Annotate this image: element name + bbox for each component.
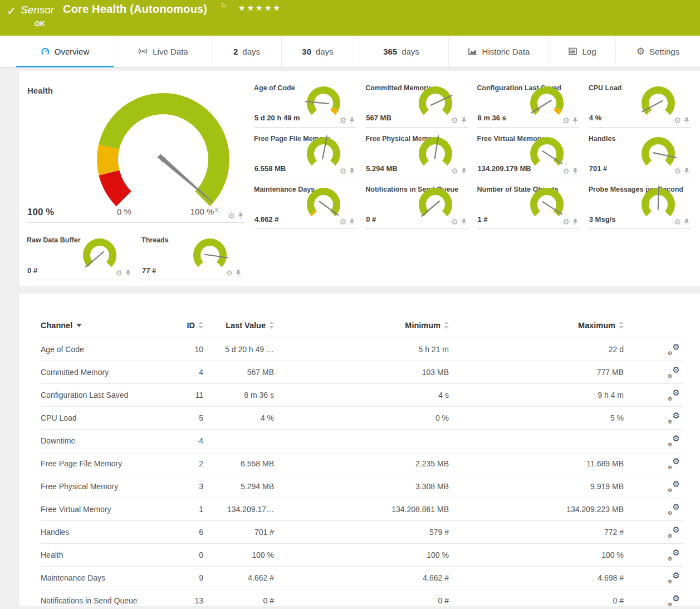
table-row[interactable]: Configuration Last Saved 11 8 m 36 s 4 s…	[41, 384, 683, 407]
channel-name[interactable]: Free Physical Memory	[41, 482, 163, 491]
channel-settings-icon[interactable]: ⚙⚙	[668, 435, 680, 446]
pin-icon[interactable]	[572, 116, 579, 124]
tab-live-data[interactable]: Live Data	[114, 36, 212, 67]
column-header-maximum[interactable]: Maximum	[449, 321, 624, 330]
channel-settings-icon[interactable]: ⚙⚙	[668, 527, 680, 538]
gear-icon[interactable]: ⚙	[115, 269, 123, 277]
tab-365-days[interactable]: 365 days	[354, 36, 448, 67]
gear-icon[interactable]: ⚙	[340, 167, 347, 175]
gear-icon[interactable]: ⚙	[451, 167, 458, 175]
gear-icon[interactable]: ⚙	[674, 116, 681, 124]
gauge-tile: Maintenance Days 4.662 # ⚙	[254, 178, 356, 229]
channel-name[interactable]: Health	[41, 550, 163, 559]
column-header-id[interactable]: ID	[163, 321, 203, 330]
pin-icon[interactable]	[683, 116, 690, 124]
tab-overview[interactable]: Overview	[16, 36, 114, 67]
priority-stars[interactable]: ★★★★★	[238, 3, 282, 12]
pin-icon[interactable]	[235, 269, 242, 277]
gauge-value: 4.662 #	[254, 215, 278, 223]
channel-settings-icon[interactable]: ⚙⚙	[668, 389, 680, 401]
column-header-last-value[interactable]: Last Value	[203, 321, 274, 330]
channel-name[interactable]: Configuration Last Saved	[41, 391, 163, 399]
gear-icon[interactable]: ⚙	[562, 116, 570, 124]
pin-icon[interactable]	[349, 218, 355, 226]
gear-icon[interactable]: ⚙	[562, 218, 570, 226]
channel-name[interactable]: Notifications in Send Queue	[41, 596, 163, 605]
channel-name[interactable]: Downtime	[41, 436, 163, 445]
channel-maximum: 4.698 #	[449, 573, 624, 582]
channel-name[interactable]: CPU Load	[41, 413, 163, 422]
channel-name[interactable]: Maintenance Days	[41, 573, 163, 582]
tab-bar: Overview Live Data 2 days 30 days 365 da…	[0, 36, 700, 67]
table-row[interactable]: Handles 6 701 # 579 # 772 # ⚙⚙	[41, 521, 683, 544]
pin-icon[interactable]	[461, 218, 467, 226]
gear-icon[interactable]: ⚙	[340, 116, 347, 124]
channel-maximum: 22 d	[449, 345, 624, 354]
gauge-title: Health	[27, 86, 53, 95]
gauges-panel: Health x̄0 %100 % 100 % ⚙ Age of Code 5 …	[19, 71, 700, 286]
gauge-tile: Threads 77 # ⚙	[141, 229, 243, 280]
gauge-icon	[41, 47, 50, 56]
gear-icon[interactable]: ⚙	[674, 218, 681, 226]
channel-settings-icon[interactable]: ⚙⚙	[668, 595, 680, 606]
channel-settings-icon[interactable]: ⚙⚙	[668, 412, 680, 423]
channel-settings-icon[interactable]: ⚙⚙	[668, 458, 680, 469]
gear-icon[interactable]: ⚙	[340, 218, 347, 226]
gauge-chart	[526, 134, 567, 169]
gear-icon[interactable]: ⚙	[562, 167, 570, 175]
channel-last-value: 567 MB	[203, 368, 274, 377]
channel-name[interactable]: Free Page File Memory	[41, 459, 163, 468]
column-header-minimum[interactable]: Minimum	[274, 321, 449, 330]
channel-settings-icon[interactable]: ⚙⚙	[668, 481, 680, 492]
channel-settings-icon[interactable]: ⚙⚙	[668, 549, 680, 561]
table-row[interactable]: Maintenance Days 9 4.662 # 4.662 # 4.698…	[41, 567, 683, 589]
pin-icon[interactable]	[572, 218, 579, 226]
tab-log[interactable]: Log	[549, 36, 615, 67]
gear-icon[interactable]: ⚙	[674, 167, 681, 175]
gauge-tile: Free Page File Memory 6.558 MB ⚙	[254, 128, 356, 178]
pin-icon[interactable]	[349, 167, 355, 175]
channel-settings-icon[interactable]: ⚙⚙	[668, 504, 680, 515]
channels-table-panel: Channel ID Last Value Minimum	[19, 294, 700, 606]
channel-minimum: 4 s	[274, 391, 449, 399]
channel-name[interactable]: Committed Memory	[41, 368, 163, 377]
table-row[interactable]: Age of Code 10 5 d 20 h 49 … 5 h 21 m 22…	[41, 338, 683, 361]
channel-settings-icon[interactable]: ⚙⚙	[668, 344, 680, 355]
channel-name[interactable]: Handles	[41, 528, 163, 537]
tab-historic-data[interactable]: Historic Data	[448, 36, 549, 67]
sort-icon	[444, 321, 449, 329]
channel-name[interactable]: Age of Code	[41, 345, 163, 354]
log-list-icon	[568, 47, 577, 56]
gear-icon[interactable]: ⚙	[226, 269, 233, 277]
pin-icon[interactable]	[572, 167, 579, 175]
pin-icon[interactable]	[349, 116, 355, 124]
gear-icon[interactable]: ⚙	[451, 116, 458, 124]
pin-icon[interactable]	[461, 167, 467, 175]
channel-last-value: 701 #	[203, 528, 274, 537]
table-row[interactable]: Downtime -4 ⚙⚙	[41, 430, 683, 452]
gear-icon[interactable]: ⚙	[451, 218, 458, 226]
pin-icon[interactable]	[237, 212, 244, 220]
pin-icon[interactable]	[683, 218, 690, 226]
table-row[interactable]: Free Page File Memory 2 6.558 MB 2.235 M…	[41, 452, 683, 475]
pin-icon[interactable]	[683, 167, 690, 175]
flag-icon[interactable]: ⚐	[221, 2, 227, 10]
table-row[interactable]: Committed Memory 4 567 MB 103 MB 777 MB …	[41, 361, 683, 384]
channel-settings-icon[interactable]: ⚙⚙	[668, 367, 680, 378]
table-row[interactable]: CPU Load 5 4 % 0 % 5 % ⚙⚙	[41, 407, 683, 430]
channel-minimum: 134.208.861 MB	[274, 505, 449, 514]
table-row[interactable]: Free Virtual Memory 1 134.209.17… 134.20…	[41, 498, 683, 521]
tab-2-days[interactable]: 2 days	[212, 36, 281, 67]
channel-maximum: 11.689 MB	[449, 459, 624, 468]
gear-icon[interactable]: ⚙	[228, 212, 235, 220]
table-row[interactable]: Free Physical Memory 3 5.294 MB 3.308 MB…	[41, 475, 683, 498]
table-row[interactable]: Notifications in Send Queue 13 0 # 0 # 0…	[41, 589, 683, 609]
column-header-channel[interactable]: Channel	[41, 321, 163, 330]
pin-icon[interactable]	[125, 269, 131, 277]
pin-icon[interactable]	[461, 116, 467, 124]
channel-name[interactable]: Free Virtual Memory	[41, 505, 163, 514]
tab-30-days[interactable]: 30 days	[281, 36, 354, 67]
tab-settings[interactable]: ⚙ Settings	[615, 36, 700, 67]
channel-settings-icon[interactable]: ⚙⚙	[668, 572, 680, 583]
table-row[interactable]: Health 0 100 % 100 % 100 % ⚙⚙	[41, 544, 683, 567]
